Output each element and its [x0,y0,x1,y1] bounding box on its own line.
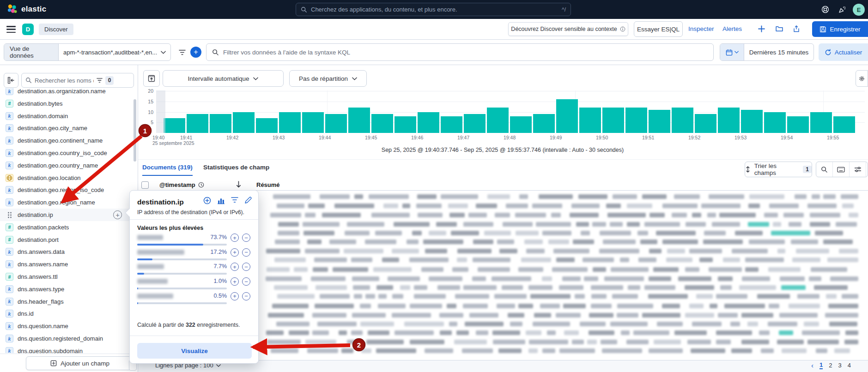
redacted-text [809,276,821,281]
filter-field-icon[interactable] [231,197,238,203]
redacted-text [307,348,339,353]
redacted-text [439,313,463,318]
redacted-text [308,204,324,208]
redacted-text [311,276,346,281]
top-values-heading: Valeurs les plus élevées [137,225,203,231]
filter-for-value-icon[interactable]: + [231,277,239,286]
redacted-text [277,294,315,299]
redacted-text [528,348,538,353]
filter-out-value-icon[interactable]: − [242,263,250,271]
redacted-text [628,285,640,290]
filter-out-value-icon[interactable]: − [242,292,250,300]
redacted-text [414,294,446,299]
redacted-text [621,330,630,335]
redacted-text [771,231,811,235]
redacted-text [494,294,527,299]
redacted-text [780,276,805,281]
redacted-text [383,204,398,208]
redacted-text [701,204,741,208]
redacted-text [440,330,452,335]
top-value-percentage: 1.0% [207,278,227,284]
redacted-text [662,240,698,244]
redacted-text [521,258,551,262]
redacted-text [716,340,731,344]
previous-page-icon[interactable]: ‹ [811,361,813,369]
redacted-text [497,304,515,308]
redacted-text [578,194,607,199]
redacted-text [656,231,696,235]
redacted-text [271,348,298,353]
filter-out-value-icon[interactable]: − [242,234,250,242]
redacted-text [469,313,498,318]
top-value-redacted-label [137,250,184,255]
redacted-text [352,313,386,318]
redacted-text [709,267,741,272]
redacted-text [375,231,402,235]
redacted-text [354,194,364,199]
redacted-text [365,294,375,299]
redacted-text [407,240,419,244]
redacted-text [519,194,528,199]
redacted-text [712,222,740,227]
edit-field-icon[interactable] [244,197,252,204]
top-value-bar-track [137,273,227,275]
redacted-text [274,258,306,262]
redacted-text [551,213,561,217]
redacted-text [782,348,807,353]
redacted-text [540,304,560,308]
redacted-text [674,194,700,199]
redacted-text [674,330,707,335]
page-1[interactable]: 1 [819,361,823,369]
redacted-text [836,222,857,227]
redacted-text [425,249,448,253]
redacted-text [373,267,412,272]
redacted-text [347,222,384,227]
filter-for-value-icon[interactable]: + [231,248,239,257]
redacted-text [365,240,396,244]
redacted-text [823,240,853,244]
redacted-text [640,240,658,244]
redacted-text [468,213,487,217]
redacted-text [841,194,858,199]
redacted-text [441,194,478,199]
redacted-text [810,213,840,217]
redacted-text [667,249,685,253]
redacted-text [339,330,347,335]
redacted-text [745,258,783,262]
redacted-text [612,294,637,299]
redacted-text [779,330,793,335]
redacted-text [316,285,347,290]
page-3[interactable]: 3 [838,362,841,369]
redacted-text [720,285,732,290]
redacted-text [707,213,716,217]
popover-divider [130,336,258,336]
page-2[interactable]: 2 [829,362,832,369]
redacted-text [369,194,409,199]
redacted-text [644,222,680,227]
redacted-text [303,222,340,227]
filter-for-value-icon[interactable]: + [231,263,239,271]
filter-out-value-icon[interactable]: − [242,277,250,286]
page-4[interactable]: 4 [848,362,851,369]
add-field-as-column-icon[interactable] [203,197,211,204]
redacted-text [347,340,359,344]
visualize-button[interactable]: Visualize [137,343,252,359]
redacted-text [603,240,636,244]
redacted-text [804,322,819,326]
redacted-text [606,204,621,208]
redacted-text [487,194,510,199]
redacted-text [571,204,600,208]
redacted-text [476,330,489,335]
redacted-text [542,276,552,281]
redacted-text [333,267,368,272]
redacted-text [368,330,389,335]
redacted-text [797,294,819,299]
visualize-field-icon[interactable] [217,197,225,204]
redacted-text [429,276,462,281]
redacted-text [352,276,379,281]
filter-for-value-icon[interactable]: + [231,234,239,242]
filter-for-value-icon[interactable]: + [231,292,239,300]
filter-out-value-icon[interactable]: − [242,248,250,257]
redacted-text [827,258,858,262]
redacted-text [589,330,614,335]
